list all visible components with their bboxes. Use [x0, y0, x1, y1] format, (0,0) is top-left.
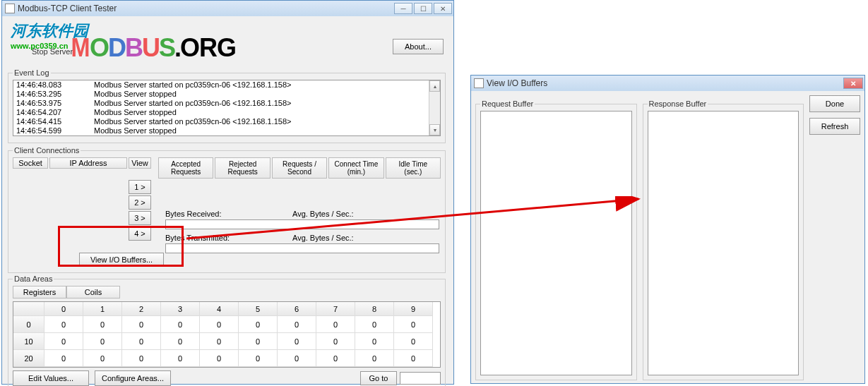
grid-cell[interactable]: 0	[122, 333, 161, 350]
event-row[interactable]: 14:46:54.599Modbus Server stopped	[13, 126, 440, 135]
minimize-button[interactable]: ─	[394, 3, 412, 14]
highlight-box	[58, 226, 184, 267]
grid-cell[interactable]: 0	[355, 333, 394, 350]
goto-button[interactable]: Go to	[360, 371, 397, 385]
close-button[interactable]: ✕	[434, 3, 452, 14]
data-areas-group: Data Areas Registers Coils 0123456789 00…	[8, 275, 446, 386]
grid-cell[interactable]: 0	[122, 350, 161, 367]
stat-header[interactable]: Idle Time(sec.)	[386, 157, 441, 179]
grid-cell[interactable]: 0	[200, 316, 239, 333]
grid-cell[interactable]: 0	[239, 350, 278, 367]
view-button[interactable]: 1 >	[129, 180, 151, 194]
event-row[interactable]: 14:46:53.295Modbus Server stopped	[13, 90, 440, 99]
request-buffer[interactable]	[480, 111, 632, 375]
grid-corner	[13, 302, 44, 316]
grid-cell[interactable]: 0	[161, 333, 200, 350]
stat-header[interactable]: Requests /Second	[272, 157, 327, 179]
refresh-button[interactable]: Refresh	[809, 118, 860, 135]
stat-header[interactable]: AcceptedRequests	[158, 157, 213, 179]
response-buffer-group: Response Buffer	[643, 99, 804, 380]
col-header[interactable]: 3	[161, 302, 200, 316]
grid-cell[interactable]: 0	[239, 316, 278, 333]
view-button[interactable]: 3 >	[129, 211, 151, 225]
grid-cell[interactable]: 0	[83, 333, 122, 350]
col-header[interactable]: 2	[122, 302, 161, 316]
grid-cell[interactable]: 0	[355, 316, 394, 333]
io-app-icon	[474, 78, 484, 88]
maximize-button[interactable]: ☐	[414, 3, 432, 14]
main-window: Modbus-TCP Client Tester ─ ☐ ✕ 河东软件园 www…	[1, 0, 454, 385]
io-titlebar[interactable]: View I/O Buffers ✕	[471, 76, 864, 91]
col-view[interactable]: View	[129, 157, 151, 169]
grid-cell[interactable]: 0	[122, 316, 161, 333]
response-buffer[interactable]	[648, 111, 799, 375]
col-header[interactable]: 5	[239, 302, 278, 316]
grid-cell[interactable]: 0	[278, 316, 316, 333]
goto-input[interactable]	[400, 372, 441, 385]
col-socket[interactable]: Socket	[13, 157, 48, 169]
configure-areas-button[interactable]: Configure Areas...	[95, 370, 171, 386]
grid-cell[interactable]: 0	[44, 333, 83, 350]
event-row[interactable]: 14:46:54.207Modbus Server stopped	[13, 108, 440, 117]
grid-cell[interactable]: 0	[394, 350, 433, 367]
main-title: Modbus-TCP Client Tester	[18, 4, 117, 13]
col-header[interactable]: 6	[278, 302, 316, 316]
grid-cell[interactable]: 0	[83, 350, 122, 367]
io-buffers-window: View I/O Buffers ✕ Request Buffer Respon…	[470, 75, 865, 384]
grid-cell[interactable]: 0	[394, 333, 433, 350]
grid-cell[interactable]: 0	[316, 333, 355, 350]
grid-cell[interactable]: 0	[355, 350, 394, 367]
event-log-list[interactable]: 14:46:48.083Modbus Server started on pc0…	[13, 80, 441, 136]
col-ip[interactable]: IP Address	[49, 157, 127, 169]
grid-cell[interactable]: 0	[161, 316, 200, 333]
grid-cell[interactable]: 0	[161, 350, 200, 367]
bytes-received-label: Bytes Received:	[165, 210, 292, 218]
main-titlebar[interactable]: Modbus-TCP Client Tester ─ ☐ ✕	[2, 1, 453, 16]
grid-cell[interactable]: 0	[278, 333, 316, 350]
col-header[interactable]: 9	[394, 302, 433, 316]
col-header[interactable]: 7	[316, 302, 355, 316]
grid-cell[interactable]: 0	[83, 316, 122, 333]
grid-cell[interactable]: 0	[44, 316, 83, 333]
col-header[interactable]: 0	[44, 302, 83, 316]
col-header[interactable]: 8	[355, 302, 394, 316]
grid-cell[interactable]: 0	[200, 350, 239, 367]
bytes-transmitted-bar	[165, 243, 439, 253]
avg-bytes-label2: Avg. Bytes / Sec.:	[292, 234, 377, 242]
io-close-button[interactable]: ✕	[843, 78, 863, 89]
stat-header[interactable]: RejectedRequests	[215, 157, 270, 179]
tab-coils[interactable]: Coils	[66, 286, 120, 298]
view-button[interactable]: 2 >	[129, 195, 151, 210]
grid-cell[interactable]: 0	[278, 350, 316, 367]
grid-cell[interactable]: 0	[316, 350, 355, 367]
about-button[interactable]: About...	[393, 39, 444, 54]
stop-server-label[interactable]: Stop Server	[32, 47, 73, 56]
col-header[interactable]: 4	[200, 302, 239, 316]
row-header[interactable]: 20	[13, 350, 44, 367]
col-header[interactable]: 1	[83, 302, 122, 316]
stat-header[interactable]: Connect Time(min.)	[328, 157, 384, 179]
grid-cell[interactable]: 0	[316, 316, 355, 333]
conn-legend: Client Connections	[13, 146, 81, 155]
avg-bytes-label: Avg. Bytes / Sec.:	[292, 210, 377, 218]
grid-cell[interactable]: 0	[200, 333, 239, 350]
done-button[interactable]: Done	[809, 95, 860, 112]
row-header[interactable]: 0	[13, 316, 44, 333]
tab-registers[interactable]: Registers	[13, 286, 66, 298]
event-row[interactable]: 14:46:53.975Modbus Server started on pc0…	[13, 99, 440, 108]
bytes-transmitted-label: Bytes Transmitted:	[165, 234, 292, 242]
grid-cell[interactable]: 0	[239, 333, 278, 350]
request-legend: Request Buffer	[480, 99, 535, 108]
data-legend: Data Areas	[13, 275, 54, 283]
edit-values-button[interactable]: Edit Values...	[13, 370, 89, 386]
scroll-up-icon[interactable]: ▴	[429, 80, 440, 92]
data-grid[interactable]: 0123456789 00000000000100000000000200000…	[13, 301, 441, 368]
scroll-down-icon[interactable]: ▾	[429, 124, 440, 135]
event-scrollbar[interactable]: ▴ ▾	[429, 80, 440, 135]
grid-cell[interactable]: 0	[394, 316, 433, 333]
grid-cell[interactable]: 0	[44, 350, 83, 367]
event-log-group: Event Log 14:46:48.083Modbus Server star…	[8, 68, 446, 143]
row-header[interactable]: 10	[13, 333, 44, 350]
event-row[interactable]: 14:46:54.415Modbus Server started on pc0…	[13, 117, 440, 126]
event-row[interactable]: 14:46:48.083Modbus Server started on pc0…	[13, 80, 440, 90]
